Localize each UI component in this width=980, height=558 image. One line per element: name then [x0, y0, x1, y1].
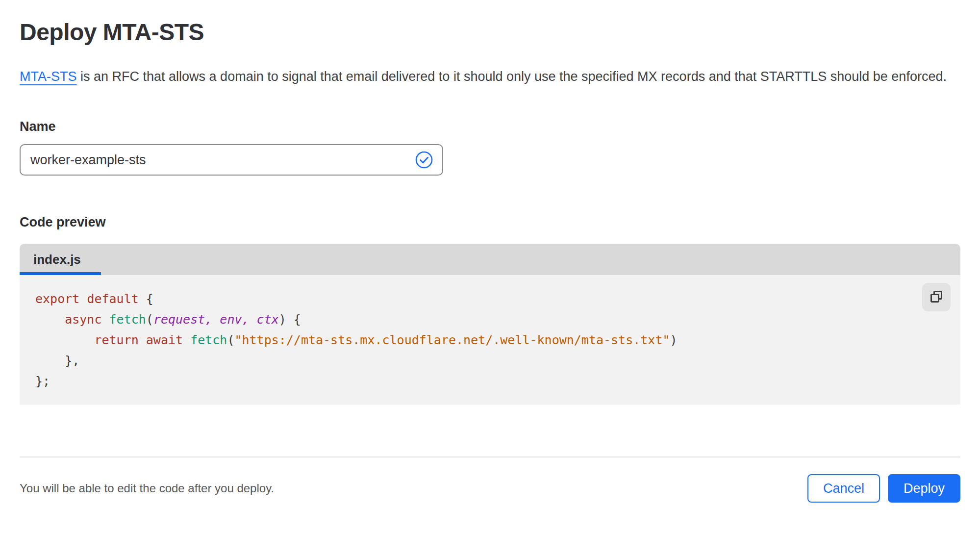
cancel-button[interactable]: Cancel	[807, 474, 880, 503]
footer-divider	[20, 457, 960, 457]
description-text: MTA-STS is an RFC that allows a domain t…	[20, 65, 958, 88]
code-tabbar: index.js	[20, 244, 960, 275]
code-preview-label: Code preview	[20, 215, 960, 230]
name-input-container	[20, 144, 443, 176]
tab-index-js[interactable]: index.js	[20, 244, 95, 275]
name-label: Name	[20, 119, 960, 134]
mta-sts-link[interactable]: MTA-STS	[20, 69, 77, 84]
footer-note: You will be able to edit the code after …	[20, 482, 274, 495]
deploy-mta-sts-page: Deploy MTA-STS MTA-STS is an RFC that al…	[0, 0, 980, 558]
description-rest: is an RFC that allows a domain to signal…	[77, 69, 947, 84]
code-line: },	[35, 351, 916, 371]
page-title: Deploy MTA-STS	[20, 19, 960, 46]
check-circle-icon	[415, 151, 433, 169]
footer-actions: Cancel Deploy	[807, 474, 960, 503]
name-input[interactable]	[30, 152, 415, 168]
code-lines: export default { async fetch(request, en…	[35, 289, 916, 392]
footer-bar: You will be able to edit the code after …	[20, 474, 960, 503]
copy-icon	[929, 289, 944, 306]
code-editor-area: export default { async fetch(request, en…	[20, 275, 960, 405]
copy-code-button[interactable]	[922, 283, 951, 311]
code-line: return await fetch("https://mta-sts.mx.c…	[35, 330, 916, 351]
code-line: };	[35, 371, 916, 392]
code-line: export default {	[35, 289, 916, 309]
code-preview-card: index.js export default { async fetch(re…	[20, 244, 960, 405]
code-line: async fetch(request, env, ctx) {	[35, 309, 916, 330]
deploy-button[interactable]: Deploy	[888, 474, 960, 503]
